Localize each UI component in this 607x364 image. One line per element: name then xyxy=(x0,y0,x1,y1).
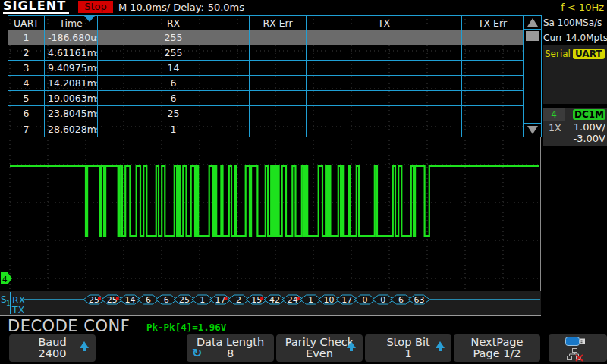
cell-tx_err xyxy=(462,106,523,121)
cell-tx xyxy=(307,46,462,60)
scroll-down-icon xyxy=(527,126,538,134)
siglent-logo: SIGLENT xyxy=(3,0,69,14)
svg-text:25: 25 xyxy=(89,295,99,305)
cell-rx_err xyxy=(250,121,307,136)
channel-4-marker: 4 xyxy=(1,272,12,284)
cell-rx: 255 xyxy=(98,46,250,60)
table-header-row: UARTTimeRXRX ErrTXTX Err xyxy=(8,16,523,30)
sort-indicator-icon xyxy=(84,16,95,22)
cell-num: 5 xyxy=(8,91,45,105)
frame-error-dot xyxy=(225,297,228,300)
cell-num: 1 xyxy=(8,30,45,45)
volts-per-div: 1.00V/ xyxy=(574,121,605,133)
column-header-uart[interactable]: UART xyxy=(8,16,45,30)
softkey-label: NextPage xyxy=(454,335,540,348)
oscilloscope-screen: 4 SIGLENT Stop M 10.0ms/ Delay:-50.0ms f… xyxy=(0,0,607,364)
column-header-tx[interactable]: TX xyxy=(307,16,462,30)
cell-time: 4.61161ms xyxy=(45,46,98,60)
svg-text:25: 25 xyxy=(107,295,118,305)
table-row[interactable]: 623.8045ms25 xyxy=(8,106,523,121)
table-row[interactable]: 728.6028ms1 xyxy=(8,121,523,136)
column-header-time[interactable]: Time xyxy=(45,16,98,30)
svg-text:6: 6 xyxy=(398,295,404,305)
softkey-parity-check[interactable]: Parity CheckEven xyxy=(276,334,363,362)
table-row[interactable]: 519.0063ms6 xyxy=(8,91,523,106)
up-arrow-icon xyxy=(80,341,89,348)
cell-num: 2 xyxy=(8,46,45,60)
cell-num: 4 xyxy=(8,76,45,90)
table-row[interactable]: 39.40975ms14 xyxy=(8,61,523,76)
frame-error-dot xyxy=(297,297,300,300)
cell-rx_err xyxy=(250,30,307,45)
svg-text:14: 14 xyxy=(125,295,136,305)
cell-time: 14.2081ms xyxy=(45,76,98,90)
memory-depth-readout: Curr 14.0Mpts xyxy=(543,30,607,46)
run-state-badge[interactable]: Stop xyxy=(78,1,113,13)
svg-text:10: 10 xyxy=(323,295,334,305)
svg-text:6: 6 xyxy=(164,295,169,305)
channel-offset: -3.00V xyxy=(573,133,605,144)
cell-rx: 25 xyxy=(98,106,250,121)
cell-rx: 6 xyxy=(98,76,250,90)
bus-source-sub: 1 xyxy=(6,300,11,307)
frame-error-dot xyxy=(260,297,263,300)
softkey-value: Page 1/2 xyxy=(454,348,540,360)
scrollbar-thumb[interactable] xyxy=(526,31,539,41)
probe-attenuation: 1X xyxy=(549,122,561,133)
cell-rx: 255 xyxy=(98,30,250,45)
coupling-badge: DC1M xyxy=(573,109,605,120)
cell-tx_err xyxy=(462,30,523,45)
cell-time: 19.0063ms xyxy=(45,91,98,105)
table-row[interactable]: 24.61161ms255 xyxy=(8,46,523,61)
cell-tx_err xyxy=(462,46,523,60)
column-header-rx[interactable]: RX xyxy=(98,16,250,30)
cell-tx xyxy=(307,91,462,105)
cell-rx_err xyxy=(250,91,307,105)
sample-rate-readout: Sa 100MSa/s xyxy=(543,15,607,30)
svg-text:15: 15 xyxy=(251,295,262,305)
cell-tx xyxy=(307,106,462,121)
svg-text:2: 2 xyxy=(236,295,241,305)
cell-num: 7 xyxy=(8,121,45,136)
scroll-up-icon xyxy=(527,18,538,27)
cell-num: 3 xyxy=(8,61,45,75)
svg-text:25: 25 xyxy=(179,295,190,305)
scroll-up-button[interactable] xyxy=(524,16,541,30)
cell-num: 6 xyxy=(8,106,45,121)
cell-time: -186.680us xyxy=(45,30,98,45)
up-arrow-icon xyxy=(436,341,445,348)
channel-4-info-box[interactable]: 4 DC1M 1X 1.00V/ -3.00V xyxy=(543,108,607,146)
serial-panel: SerialUART xyxy=(543,46,607,104)
status-icon-panel xyxy=(549,334,607,362)
softkey-nextpage[interactable]: NextPagePage 1/2 xyxy=(454,334,540,362)
softkey-data-length[interactable]: Data Length8↻ xyxy=(187,334,274,362)
svg-text:63: 63 xyxy=(414,295,424,305)
decode-conf-title: DECODE CONF xyxy=(8,317,130,335)
bus-tx-label: TX xyxy=(11,304,25,315)
softkey-baud[interactable]: Baud2400 xyxy=(9,334,96,362)
cell-tx xyxy=(307,61,462,75)
scrollbar-track[interactable] xyxy=(524,41,541,123)
cell-rx: 6 xyxy=(98,91,250,105)
up-arrow-icon xyxy=(347,341,356,348)
cell-tx_err xyxy=(462,121,523,136)
cell-tx_err xyxy=(462,76,523,90)
column-header-tx-err[interactable]: TX Err xyxy=(462,16,523,30)
svg-text:0: 0 xyxy=(363,295,368,305)
usb-drive-icon xyxy=(565,336,587,347)
column-header-rx-err[interactable]: RX Err xyxy=(250,16,307,30)
table-scrollbar xyxy=(524,15,542,137)
cell-tx xyxy=(307,30,462,45)
cell-rx_err xyxy=(250,61,307,75)
table-row[interactable]: 1-186.680us255 xyxy=(8,30,523,46)
scroll-down-button[interactable] xyxy=(524,123,541,136)
svg-text:1: 1 xyxy=(200,295,205,305)
svg-text:6: 6 xyxy=(146,295,151,305)
table-row[interactable]: 414.2081ms6 xyxy=(8,76,523,91)
softkey-stop-bit[interactable]: Stop Bit1 xyxy=(365,334,451,362)
svg-text:24: 24 xyxy=(288,295,298,305)
cell-rx: 1 xyxy=(98,121,250,136)
svg-text:17: 17 xyxy=(215,295,226,305)
serial-label: Serial xyxy=(545,49,571,59)
channel-number: 4 xyxy=(543,108,565,121)
